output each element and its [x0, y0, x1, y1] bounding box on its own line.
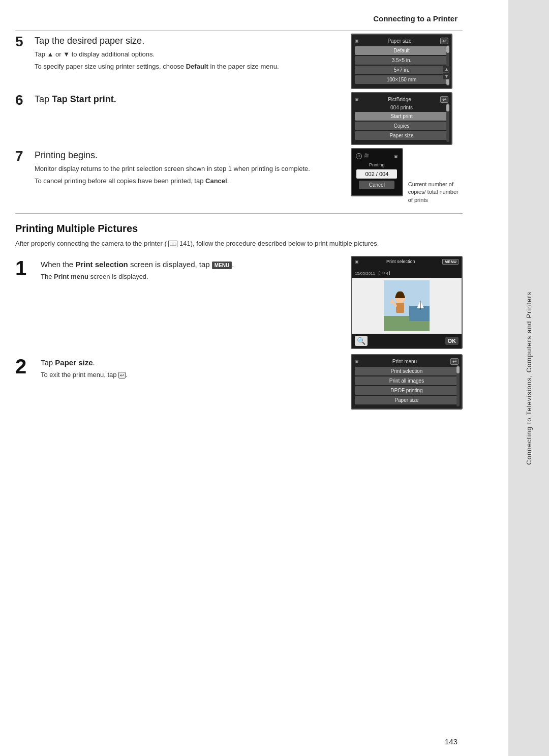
cam-item-5-0: Default [355, 46, 448, 55]
step-s2-2-title: Tap Paper size. [41, 358, 341, 367]
step-5-desc1: Tap ▲ or ▼ to display additional options… [35, 49, 341, 60]
step-7-number: 7 [15, 149, 35, 163]
step-s2-1-title: When the Print selection screen is displ… [41, 260, 341, 269]
ok-button: OK [445, 337, 459, 345]
right-tab-text: Connecting to Televisions, Computers and… [525, 292, 533, 465]
print-screen-date: 15/05/2011 【 4/ 4】 [355, 271, 392, 276]
page-number: 143 [445, 737, 458, 746]
step-s2-2-desc: To exit the print menu, tap ↩. [41, 370, 341, 380]
top-divider [15, 31, 463, 31]
step-s2-1-desc: The Print menu screen is displayed. [41, 272, 341, 282]
cam-item-s2-2: DPOF printing [355, 386, 459, 395]
section-heading: Printing Multiple Pictures [15, 223, 463, 235]
svg-rect-6 [396, 303, 404, 313]
step-5-content: Tap the desired paper size. Tap ▲ or ▼ t… [35, 36, 351, 73]
cam-item-6-1: Copies [355, 122, 448, 130]
page-header: Connecting to a Printer [373, 14, 458, 23]
step-5-number: 5 [15, 35, 35, 49]
step-7-desc1: Monitor display returns to the print sel… [35, 164, 341, 174]
power-icon: ⊙ [356, 153, 362, 159]
printing-progress: 002 / 004 [356, 169, 397, 179]
step-7-image: ⊙ 🎥 ▣ Printing 002 / 004 Cancel Current … [351, 148, 463, 204]
printing-screen: ⊙ 🎥 ▣ Printing 002 / 004 Cancel [351, 148, 403, 196]
cam-screen-5: ▣ Paper size ↩ Default 3.5×5 in. 5×7 in.… [351, 34, 452, 89]
page-ref-icon: □□ [168, 241, 177, 247]
step-s2-2: 2 Tap Paper size. To exit the print menu… [15, 356, 463, 410]
cam-item-s2-1: Print all images [355, 376, 459, 385]
cam-screen-6: ▣ PictBridge ↩ 004 prints Start print Co… [351, 92, 452, 145]
cam-back-5: ↩ [440, 38, 448, 44]
right-tab: Connecting to Televisions, Computers and… [508, 0, 549, 756]
step-6-image: ▣ PictBridge ↩ 004 prints Start print Co… [351, 92, 463, 145]
cam-item-6-2: Paper size [355, 131, 448, 140]
scrollbar-s2-2 [456, 365, 460, 406]
back-icon: ↩ [118, 372, 126, 379]
step-s2-1-image: ▣ Print selection MENU 15/05/2011 【 4/ 4… [351, 256, 463, 349]
printing-caption-area: Current number of copies/ total number o… [408, 179, 463, 204]
step-s2-1-content: When the Print selection screen is displ… [41, 258, 351, 284]
cam-item-s2-3: Paper size [355, 396, 459, 404]
step-s2-2-number: 2 [15, 356, 41, 376]
print-selection-screen: ▣ Print selection MENU 15/05/2011 【 4/ 4… [351, 256, 463, 349]
print-screen-header: ▣ Print selection MENU [352, 257, 462, 267]
step-6-title: Tap Tap Start print. [35, 94, 341, 105]
page: Connecting to a Printer 5 Tap the desire… [0, 0, 508, 756]
scrollbar-6 [446, 103, 449, 142]
cam-mode-icon: 🎥 [364, 153, 369, 159]
section-intro: After properly connecting the camera to … [15, 239, 463, 249]
menu-indicator: MENU [442, 259, 459, 265]
cam-back-6: ↩ [440, 96, 448, 103]
print-screen-footer: 🔍 ▲ ▼ OK [352, 334, 462, 348]
step-7-desc2: To cancel printing before all copies hav… [35, 176, 341, 186]
step-6-bold: Tap Start print. [52, 94, 116, 104]
scrollbar-thumb-6 [446, 104, 449, 111]
cam-item-5-1: 3.5×5 in. [355, 56, 448, 65]
cam-subtitle-6: 004 prints [355, 105, 448, 110]
step-6: 6 Tap Tap Start print. ▣ PictBridge ↩ 00… [15, 94, 463, 145]
cam-back-s2-2: ↩ [450, 358, 459, 365]
scrollbar-thumb-s2-2 [456, 366, 460, 373]
print-selection-title: Print selection [386, 259, 415, 264]
main-content: 5 Tap the desired paper size. Tap ▲ or ▼… [15, 36, 463, 725]
cam-title-5: Paper size [387, 38, 411, 44]
step-7-title: Printing begins. [35, 150, 341, 161]
step-s2-2-content: Tap Paper size. To exit the print menu, … [41, 356, 351, 382]
printing-top-icons: ⊙ 🎥 ▣ [356, 153, 398, 159]
cam-title-s2-2: Print menu [392, 359, 417, 364]
step-5-desc2: To specify paper size using printer sett… [35, 62, 341, 72]
cam-item-6-0: Start print [355, 112, 448, 121]
step-7-content: Printing begins. Monitor display returns… [35, 150, 351, 188]
menu-btn-icon: MENU [212, 261, 232, 269]
cam-icon-s2-2: ▣ [355, 359, 359, 364]
step-s2-1: 1 When the Print selection screen is dis… [15, 258, 463, 349]
screen-small-icon: ▣ [355, 259, 359, 264]
section-divider [15, 213, 463, 214]
printing-cancel: Cancel [359, 181, 394, 189]
battery-icon: ▣ [394, 154, 398, 159]
step-6-content: Tap Tap Start print. [35, 94, 351, 108]
printing-caption: Current number of copies/ total number o… [408, 181, 463, 204]
header-title: Connecting to a Printer [373, 14, 458, 23]
cam-item-s2-0: Print selection [355, 367, 459, 375]
photo-illustration [384, 280, 430, 331]
step-5-title: Tap the desired paper size. [35, 36, 341, 46]
scrollbar-thumb-5-top [446, 46, 449, 53]
cam-screen-print-menu: ▣ Print menu ↩ Print selection Print all… [351, 354, 463, 410]
cam-item-5-2: 5×7 in. [355, 66, 448, 74]
print-photo-area [352, 278, 462, 334]
step-5: 5 Tap the desired paper size. Tap ▲ or ▼… [15, 36, 463, 89]
cam-item-5-3: 100×150 mm [355, 75, 448, 84]
step-s2-2-image: ▣ Print menu ↩ Print selection Print all… [351, 354, 463, 410]
svg-line-8 [391, 301, 392, 303]
zoom-icon: 🔍 [355, 336, 368, 346]
step-5-image: ▣ Paper size ↩ Default 3.5×5 in. 5×7 in.… [351, 34, 463, 89]
printing-label: Printing [356, 162, 398, 167]
step-7: 7 Printing begins. Monitor display retur… [15, 150, 463, 204]
step-s2-1-number: 1 [15, 258, 41, 278]
scrollbar-5 [446, 45, 449, 86]
cam-title-6: PictBridge [388, 97, 411, 102]
step-6-number: 6 [15, 93, 35, 107]
